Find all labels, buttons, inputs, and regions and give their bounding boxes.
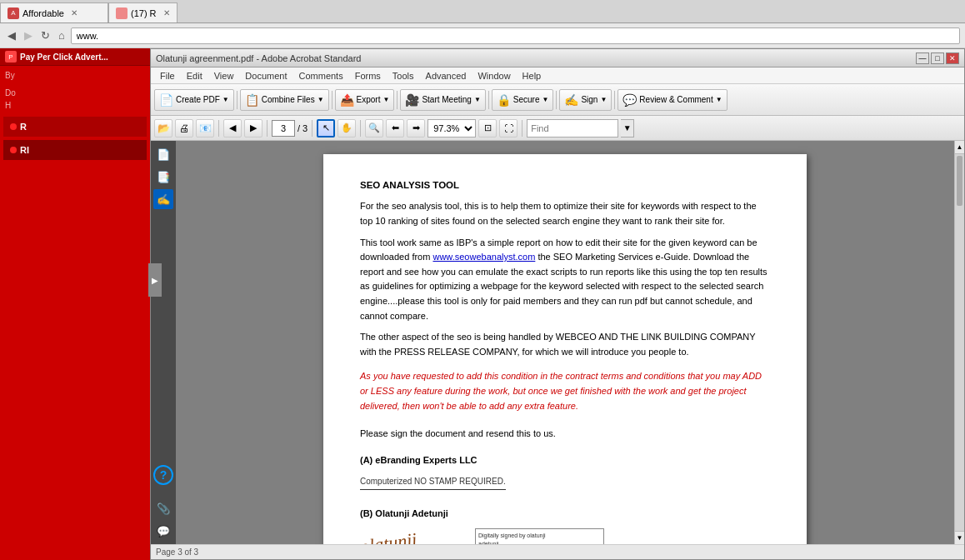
pages-panel-icon[interactable]: 📄 <box>153 144 173 164</box>
review-comment-button[interactable]: 💬 Review & Comment ▼ <box>618 89 727 111</box>
export-icon: 📤 <box>340 93 354 107</box>
left-sidebar: 📄 📑 ✍ ? 📎 💬 <box>151 141 176 544</box>
prev-page-button[interactable]: ◀ <box>223 119 242 138</box>
tab2-close[interactable]: ✕ <box>163 8 170 18</box>
find-input[interactable] <box>527 119 618 138</box>
menu-comments[interactable]: Comments <box>293 70 349 82</box>
menu-forms[interactable]: Forms <box>349 70 387 82</box>
zoom-next-button[interactable]: ➡ <box>407 119 425 138</box>
stamp-text: Computerized NO STAMP REQUIRED. <box>360 475 506 490</box>
panel-section-2: RI <box>3 140 147 160</box>
zoom-in-button[interactable]: 🔍 <box>365 119 383 138</box>
menu-tools[interactable]: Tools <box>387 70 420 82</box>
fit-page-button[interactable]: ⊡ <box>478 119 497 138</box>
sign-icon: ✍ <box>564 93 578 107</box>
menu-bar: File Edit View Document Comments Forms T… <box>151 68 964 84</box>
panel-tab-label: Pay Per Click Advert... <box>20 52 108 62</box>
menu-advanced[interactable]: Advanced <box>420 70 472 82</box>
status-text: Page 3 of 3 <box>156 548 198 557</box>
acrobat-titlebar: Olatunji agreenment.pdf - Adobe Acrobat … <box>151 49 964 68</box>
main-toolbar: 📄 Create PDF ▼ 📋 Combine Files ▼ 📤 Expor… <box>151 84 964 116</box>
section-title: SEO ANALYSIS TOOL <box>360 178 770 192</box>
para2: This tool work same as IBP's a simple re… <box>360 236 770 324</box>
secure-arrow: ▼ <box>542 96 548 103</box>
menu-document[interactable]: Document <box>239 70 292 82</box>
home-button[interactable]: ⌂ <box>56 28 68 42</box>
back-button[interactable]: ◀ <box>5 28 18 42</box>
export-label: Export <box>357 95 381 104</box>
nav-sep-5 <box>522 120 522 137</box>
close-button[interactable]: ✕ <box>946 52 959 64</box>
find-options-button[interactable]: ▼ <box>621 119 634 138</box>
toolbar-sep-1 <box>237 91 238 109</box>
combine-icon: 📋 <box>245 93 259 107</box>
vertical-scrollbar[interactable]: ▲ ▼ <box>954 141 964 544</box>
next-page-button[interactable]: ▶ <box>244 119 262 138</box>
hand-tool-button[interactable]: ✋ <box>338 119 356 138</box>
minimize-button[interactable]: — <box>916 52 929 64</box>
signature-block: olatunji Digitally signed by olatunji ad… <box>360 528 770 544</box>
left-browser-panel: P Pay Per Click Advert... By Do H R RI ▶ <box>0 48 150 560</box>
start-meeting-button[interactable]: 🎥 Start Meeting ▼ <box>400 89 485 111</box>
sign-button[interactable]: ✍ Sign ▼ <box>559 89 612 111</box>
digital-cert: Digitally signed by olatunji adetunji DN… <box>475 528 604 544</box>
signatures-panel-icon[interactable]: ✍ <box>153 189 173 209</box>
start-meeting-label: Start Meeting <box>422 95 471 104</box>
print-button[interactable]: 🖨 <box>175 119 193 138</box>
export-button[interactable]: 📤 Export ▼ <box>335 89 395 111</box>
forward-button[interactable]: ▶ <box>22 28 35 42</box>
menu-window[interactable]: Window <box>472 70 516 82</box>
tab1-close[interactable]: ✕ <box>71 8 78 18</box>
panel-h-label: H <box>5 101 145 110</box>
menu-help[interactable]: Help <box>517 70 548 82</box>
para2-link[interactable]: www.seowebanalyst.com <box>432 252 535 262</box>
zoom-out-button[interactable]: ⬅ <box>386 119 404 138</box>
para1: For the seo analysis tool, this is to he… <box>360 199 770 228</box>
open-file-button[interactable]: 📂 <box>154 119 172 138</box>
scroll-up-button[interactable]: ▲ <box>955 141 964 154</box>
bookmarks-panel-icon[interactable]: 📑 <box>153 167 173 187</box>
toolbar-sep-5 <box>556 91 557 109</box>
zoom-select[interactable]: 97.3% 50% 75% 100% 125% 150% <box>428 119 476 138</box>
menu-view[interactable]: View <box>208 70 240 82</box>
pdf-scroll-area[interactable]: SEO ANALYSIS TOOL For the seo analysis t… <box>176 141 954 544</box>
browser-tab-1[interactable]: A Affordable ✕ <box>0 2 108 22</box>
address-bar[interactable] <box>71 28 960 44</box>
secure-button[interactable]: 🔒 Secure ▼ <box>492 89 554 111</box>
nav-sep-2 <box>267 120 268 137</box>
nav-toolbar: 📂 🖨 📧 ◀ ▶ / 3 ↖ ✋ 🔍 ⬅ ➡ 97.3% 50% 75% 10… <box>151 116 964 141</box>
create-pdf-arrow: ▼ <box>222 96 229 103</box>
create-pdf-icon: 📄 <box>159 93 173 107</box>
tab2-favicon <box>116 8 128 19</box>
menu-file[interactable]: File <box>154 70 181 82</box>
attachments-panel-icon[interactable]: 📎 <box>153 498 173 518</box>
acrobat-window: Olatunji agreenment.pdf - Adobe Acrobat … <box>150 48 965 560</box>
reload-button[interactable]: ↻ <box>38 28 52 42</box>
fullscreen-button[interactable]: ⛶ <box>499 119 518 138</box>
panel-favicon: P <box>5 51 17 62</box>
scroll-down-button[interactable]: ▼ <box>955 531 964 544</box>
combine-files-button[interactable]: 📋 Combine Files ▼ <box>240 89 329 111</box>
help-panel-icon[interactable]: ? <box>153 465 173 485</box>
panel-section-1: R <box>3 117 147 137</box>
page-number-input[interactable] <box>272 120 295 137</box>
maximize-button[interactable]: □ <box>931 52 944 64</box>
scroll-thumb[interactable] <box>957 156 962 206</box>
select-tool-button[interactable]: ↖ <box>317 119 335 138</box>
status-bar: Page 3 of 3 <box>151 544 964 559</box>
signature-cursive-top: olatunji <box>358 524 419 544</box>
start-meeting-arrow: ▼ <box>474 96 481 103</box>
panel-expand-btn[interactable]: ▶ <box>148 263 150 297</box>
email-button[interactable]: 📧 <box>196 119 214 138</box>
secure-label: Secure <box>513 95 540 104</box>
toolbar-sep-2 <box>332 91 332 109</box>
company-b: (B) Olatunji Adetunji <box>360 507 770 522</box>
comments-panel-icon[interactable]: 💬 <box>153 521 173 541</box>
red-text: As you have requested to add this condit… <box>360 369 770 413</box>
menu-edit[interactable]: Edit <box>181 70 208 82</box>
export-arrow: ▼ <box>382 96 389 103</box>
browser-tab-2[interactable]: (17) R ✕ <box>108 2 178 22</box>
create-pdf-button[interactable]: 📄 Create PDF ▼ <box>154 89 234 111</box>
nav-sep-1 <box>218 120 219 137</box>
sign-label: Sign <box>581 95 598 104</box>
